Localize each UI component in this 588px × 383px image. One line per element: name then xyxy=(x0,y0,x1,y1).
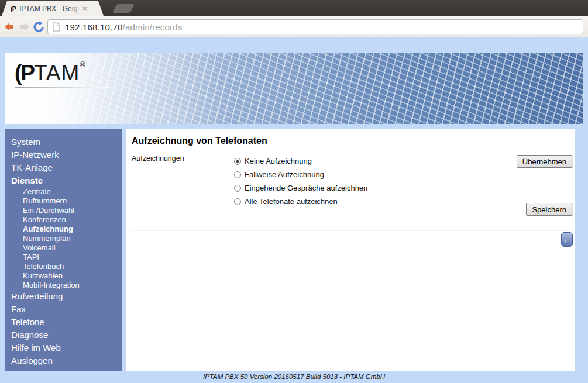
left-arrow-icon: ← xyxy=(563,236,571,244)
browser-tab[interactable]: (P IPTAM PBX - Gespräch × xyxy=(2,1,104,16)
sidebar-item-ein-durchwahl[interactable]: Ein-/Durchwahl xyxy=(5,206,122,215)
sidebar-item-ausloggen[interactable]: Ausloggen xyxy=(5,354,122,367)
sidebar-item-tapi[interactable]: TAPI xyxy=(5,253,122,262)
radio-row-alle-telefonate[interactable]: Alle Telefonate aufzeichnen xyxy=(234,197,367,206)
radio-row-fallweise-aufzeichnung[interactable]: Fallweise Aufzeichnung xyxy=(234,170,367,179)
sidebar-item-hilfe-im-web[interactable]: Hilfe im Web xyxy=(5,341,122,354)
url-host: 192.168.10.70 xyxy=(65,22,123,32)
radio-row-eingehende-gespraeche[interactable]: Eingehende Gespräche aufzeichnen xyxy=(234,184,367,192)
sidebar-item-konferenzen[interactable]: Konferenzen xyxy=(5,215,122,225)
reload-icon[interactable] xyxy=(33,21,46,33)
tab-title: IPTAM PBX - Gespräch xyxy=(19,5,80,13)
sidebar-item-dienste[interactable]: Dienste xyxy=(5,174,122,187)
registered-mark: ® xyxy=(80,60,85,69)
tab-strip: (P IPTAM PBX - Gespräch × xyxy=(0,0,588,16)
logo-tam-text: TAM xyxy=(34,61,80,85)
sidebar-item-fax[interactable]: Fax xyxy=(5,303,122,316)
radio-button[interactable] xyxy=(234,185,241,192)
radio-label: Keine Aufzeichnung xyxy=(245,157,312,165)
radio-button[interactable] xyxy=(234,171,241,178)
save-button[interactable]: Speichern xyxy=(526,203,572,216)
sidebar-item-telefonbuch[interactable]: Telefonbuch xyxy=(5,262,122,271)
horizontal-divider xyxy=(130,230,573,231)
browser-window: (P IPTAM PBX - Gespräch × 192.168.10.70/… xyxy=(0,0,588,383)
address-bar[interactable]: 192.168.10.70/admin/records xyxy=(47,19,583,34)
sidebar-item-telefone[interactable]: Telefone xyxy=(5,316,122,329)
sidebar-item-kurzwahlen[interactable]: Kurzwahlen xyxy=(5,271,122,281)
sidebar-item-rufnummern[interactable]: Rufnummern xyxy=(5,196,122,206)
footer-version-text: IPTAM PBX 50 Version 20160517 Build 5013… xyxy=(0,373,588,380)
recordings-field-label: Aufzeichnungen xyxy=(132,154,184,163)
sidebar-item-tk-anlage[interactable]: TK-Anlage xyxy=(5,161,122,174)
back-nav-button[interactable]: ← xyxy=(561,232,573,247)
sidebar-item-nummernplan[interactable]: Nummernplan xyxy=(5,234,122,243)
iptam-logo: (PTAM® xyxy=(15,60,109,88)
radio-button[interactable] xyxy=(234,158,241,165)
page-document-icon xyxy=(53,22,60,32)
sidebar-nav: System IP-Netzwerk TK-Anlage Dienste Zen… xyxy=(5,129,122,371)
page-title: Aufzeichnung von Telefonaten xyxy=(132,136,267,146)
back-icon[interactable] xyxy=(3,21,16,33)
forward-icon[interactable] xyxy=(18,21,31,33)
radio-label: Eingehende Gespräche aufzeichnen xyxy=(245,184,367,192)
radio-label: Fallweise Aufzeichnung xyxy=(245,170,324,179)
sidebar-item-zentrale[interactable]: Zentrale xyxy=(5,187,122,196)
page-body: (PTAM® System IP-Netzwerk TK-Anlage Dien… xyxy=(0,37,588,383)
sidebar-item-aufzeichnung[interactable]: Aufzeichnung xyxy=(5,225,122,234)
main-content: Aufzeichnung von Telefonaten Aufzeichnun… xyxy=(126,129,575,371)
radio-label: Alle Telefonate aufzeichnen xyxy=(245,197,338,206)
sidebar-item-rufverteilung[interactable]: Rufverteilung xyxy=(5,290,122,303)
logo-underline xyxy=(15,87,109,88)
sidebar-item-ip-netzwerk[interactable]: IP-Netzwerk xyxy=(5,149,122,161)
apply-button[interactable]: Übernehmen xyxy=(517,155,572,168)
sidebar-item-mobil-integration[interactable]: Mobil-Integration xyxy=(5,281,122,290)
iptam-banner: (PTAM® xyxy=(5,53,583,124)
new-tab-button[interactable] xyxy=(112,4,135,13)
sidebar-item-diagnose[interactable]: Diagnose xyxy=(5,329,122,341)
recording-mode-radio-group: Keine Aufzeichnung Fallweise Aufzeichnun… xyxy=(234,157,367,206)
url-path: /admin/records xyxy=(123,22,183,32)
logo-ip-text: (P xyxy=(15,61,34,85)
radio-button[interactable] xyxy=(234,198,241,205)
sidebar-item-system[interactable]: System xyxy=(5,136,122,149)
iptam-favicon-icon: (P xyxy=(11,5,16,12)
tab-close-icon[interactable]: × xyxy=(82,5,87,12)
sidebar-item-voicemail[interactable]: Voicemail xyxy=(5,243,122,253)
radio-row-keine-aufzeichnung[interactable]: Keine Aufzeichnung xyxy=(234,157,367,165)
